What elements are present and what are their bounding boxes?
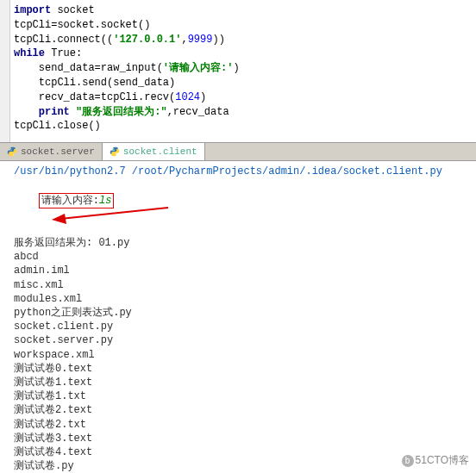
python-icon [110,146,120,157]
output-line: 测试试卷2.txt [14,418,469,432]
watermark-icon: b [402,455,414,467]
code-line: while True: [14,47,476,61]
tab-label: socket.server [21,146,95,157]
annotation-arrow [39,209,168,221]
output-line: 测试试卷0.text [14,362,469,376]
svg-point-1 [13,154,14,155]
output-line: workspace.xml [14,348,469,362]
output-line: socket.client.py [14,320,469,333]
interpreter-path: /usr/bin/python2.7 /root/PycharmProjects… [14,165,469,178]
code-editor[interactable]: import socket tcpCli=socket.socket() tcp… [0,0,476,142]
svg-point-3 [116,154,116,155]
code-line: import socket [14,3,476,18]
output-line: misc.xml [14,278,469,292]
watermark: b51CTO博客 [402,453,469,468]
code-line: send_data=raw_input('请输入内容:') [14,61,476,76]
code-line: print "服务返回结果为:",recv_data [14,105,476,120]
output-line: 测试试卷1.text [14,376,469,389]
tab-label: socket.client [123,146,197,157]
output-line: abcd [14,250,469,264]
output-line: socket.server.py [14,333,469,347]
output-line: modules.xml [14,292,469,306]
code-line: tcpCli=socket.socket() [14,18,476,33]
output-line: 测试试卷3.text [14,432,469,445]
output-line: admin.iml [14,264,469,277]
tab-bar: socket.server socket.client [0,142,476,161]
tab-socket-client[interactable]: socket.client [103,143,205,160]
output-line: 测试试卷2.text [14,403,469,417]
code-line: recv_data=tcpCli.recv(1024) [14,90,476,105]
svg-marker-5 [52,214,66,224]
input-prompt-line: 请输入内容:ls [14,178,469,236]
output-line: python之正则表达式.py [14,306,469,320]
python-icon [7,146,17,157]
code-line: tcpCli.send(send_data) [14,76,476,90]
tab-socket-server[interactable]: socket.server [0,143,103,160]
result-line: 服务返回结果为: 01.py [14,236,469,250]
console-output[interactable]: /usr/bin/python2.7 /root/PycharmProjects… [0,161,476,473]
code-line: tcpCli.close() [14,119,476,134]
svg-line-4 [60,208,168,219]
gutter [0,0,10,142]
svg-point-0 [10,148,11,149]
svg-point-2 [113,148,114,149]
code-line: tcpCli.connect(('127.0.0.1',9999)) [14,33,476,47]
output-line: 测试试卷1.txt [14,389,469,403]
